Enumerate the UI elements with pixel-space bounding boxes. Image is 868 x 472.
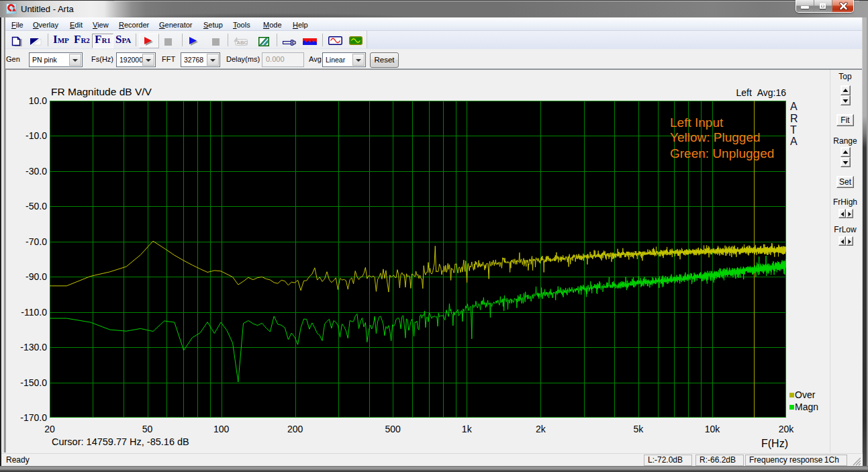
svg-text:ABC: ABC [237, 40, 248, 46]
